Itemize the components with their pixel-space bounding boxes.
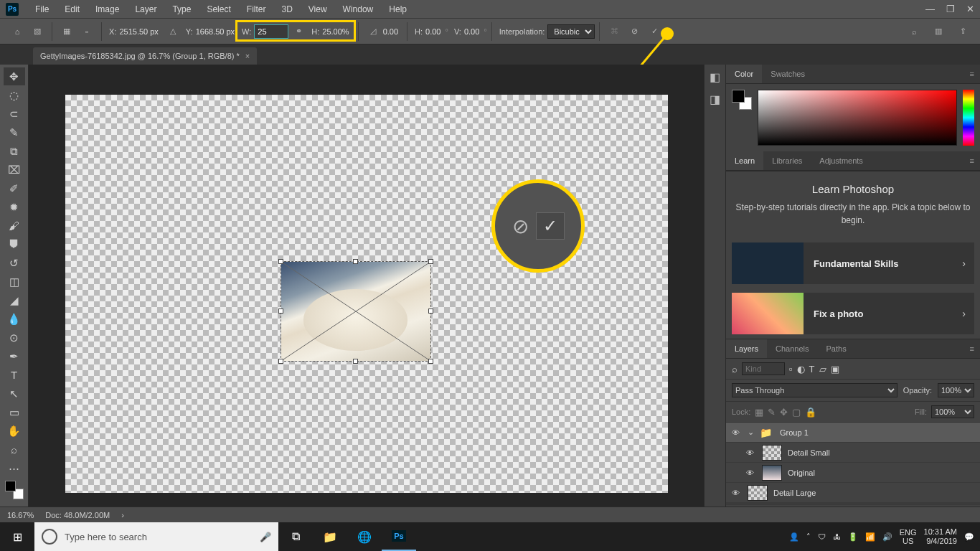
delta-icon[interactable]: △ bbox=[165, 24, 181, 39]
x-value[interactable]: 2515.50 px bbox=[119, 27, 158, 36]
arrange-icon[interactable]: ▥ bbox=[930, 24, 946, 39]
tray-people-icon[interactable]: 👤 bbox=[789, 532, 799, 542]
layer-name[interactable]: Original bbox=[788, 468, 815, 477]
lock-artboard-icon[interactable]: ▢ bbox=[792, 407, 801, 418]
layer-name[interactable]: Detail Small bbox=[788, 448, 830, 457]
color-tab[interactable]: Color bbox=[726, 65, 762, 83]
zoom-tool[interactable]: ⌕ bbox=[4, 441, 25, 458]
task-view-button[interactable]: ⧉ bbox=[278, 522, 313, 551]
menu-help[interactable]: Help bbox=[381, 4, 415, 14]
layer-row[interactable]: 👁 Original bbox=[726, 463, 980, 483]
share-icon[interactable]: ⇪ bbox=[955, 24, 971, 39]
tray-wifi-icon[interactable]: 📶 bbox=[865, 532, 875, 542]
channels-tab[interactable]: Channels bbox=[767, 339, 817, 358]
tray-notifications-icon[interactable]: 💬 bbox=[964, 532, 974, 542]
interpolation-select[interactable]: Bicubic bbox=[547, 24, 595, 39]
start-button[interactable]: ⊞ bbox=[0, 522, 34, 551]
type-tool[interactable]: T bbox=[4, 366, 25, 384]
y-value[interactable]: 1668.50 px bbox=[196, 27, 235, 36]
dock-icon-2[interactable]: ◨ bbox=[710, 93, 720, 106]
home-icon[interactable]: ⌂ bbox=[9, 24, 25, 39]
zoom-level[interactable]: 16.67% bbox=[7, 511, 34, 519]
dock-icon-1[interactable]: ◧ bbox=[710, 70, 720, 84]
window-close-icon[interactable]: ✕ bbox=[966, 4, 974, 14]
visibility-icon[interactable]: 👁 bbox=[746, 468, 756, 477]
layers-tab[interactable]: Layers bbox=[726, 339, 767, 358]
taskbar-search[interactable]: Type here to search 🎤 bbox=[34, 522, 278, 551]
width-input[interactable] bbox=[254, 24, 288, 39]
lock-all-icon[interactable]: 🔒 bbox=[805, 407, 816, 418]
panel-menu-icon[interactable]: ≡ bbox=[964, 65, 980, 83]
menu-select[interactable]: Select bbox=[199, 4, 238, 14]
blend-mode-select[interactable]: Pass Through bbox=[732, 383, 897, 397]
filter-smart-icon[interactable]: ▣ bbox=[831, 364, 839, 375]
reference-toggle-icon[interactable]: ▫ bbox=[79, 24, 95, 39]
filter-pixel-icon[interactable]: ▫ bbox=[789, 364, 793, 375]
canvas[interactable]: ⊘ ✓ bbox=[29, 65, 704, 522]
layer-filter-input[interactable] bbox=[742, 362, 785, 375]
stamp-tool[interactable]: ⛊ bbox=[4, 235, 25, 253]
tray-volume-icon[interactable]: 🔊 bbox=[882, 532, 892, 542]
cancel-transform-icon[interactable]: ⊘ bbox=[626, 24, 642, 39]
eyedropper-tool[interactable]: ✐ bbox=[4, 179, 25, 197]
handle-br[interactable] bbox=[428, 359, 433, 364]
search-icon[interactable]: ⌕ bbox=[906, 24, 922, 39]
quick-select-tool[interactable]: ✎ bbox=[4, 123, 25, 141]
menu-view[interactable]: View bbox=[301, 4, 335, 14]
libraries-tab[interactable]: Libraries bbox=[763, 151, 811, 170]
taskbar-explorer[interactable]: 📁 bbox=[313, 522, 347, 551]
close-tab-icon[interactable]: × bbox=[245, 52, 250, 60]
eraser-tool[interactable]: ◫ bbox=[4, 273, 25, 291]
learn-tab[interactable]: Learn bbox=[726, 151, 763, 170]
window-restore-icon[interactable]: ❐ bbox=[946, 4, 955, 14]
handle-tl[interactable] bbox=[278, 259, 283, 264]
adjustments-tab[interactable]: Adjustments bbox=[811, 151, 872, 170]
menu-type[interactable]: Type bbox=[164, 4, 199, 14]
path-select-tool[interactable]: ↖ bbox=[4, 385, 25, 402]
transform-bounding-box[interactable] bbox=[281, 261, 431, 362]
dodge-tool[interactable]: ⊙ bbox=[4, 329, 25, 347]
commit-transform-icon[interactable]: ✓ bbox=[646, 24, 662, 39]
lasso-tool[interactable]: ⊂ bbox=[4, 105, 25, 123]
tray-language[interactable]: ENGUS bbox=[900, 528, 917, 545]
layer-row[interactable]: 👁 Detail Large bbox=[726, 483, 980, 503]
filter-shape-icon[interactable]: ▱ bbox=[819, 364, 826, 375]
blur-tool[interactable]: 💧 bbox=[4, 310, 25, 328]
warp-icon[interactable]: ⌘ bbox=[606, 24, 622, 39]
height-value[interactable]: 25.00% bbox=[322, 27, 349, 36]
tray-security-icon[interactable]: 🛡 bbox=[818, 532, 826, 541]
learn-card-fix-photo[interactable]: Fix a photo› bbox=[732, 293, 974, 334]
pen-tool[interactable]: ✒ bbox=[4, 347, 25, 365]
layer-row-group[interactable]: 👁 ⌄ 📁 Group 1 bbox=[726, 423, 980, 443]
handle-bl[interactable] bbox=[278, 359, 283, 364]
handle-l[interactable] bbox=[278, 309, 283, 314]
taskbar-chrome[interactable]: 🌐 bbox=[347, 522, 382, 551]
frame-tool[interactable]: ⌧ bbox=[4, 161, 25, 179]
status-chevron-icon[interactable]: › bbox=[121, 511, 124, 519]
menu-edit[interactable]: Edit bbox=[57, 4, 88, 14]
learn-card-fundamental[interactable]: Fundamental Skills› bbox=[732, 242, 974, 284]
filter-type-icon[interactable]: T bbox=[809, 364, 815, 375]
handle-t[interactable] bbox=[353, 259, 358, 264]
menu-filter[interactable]: Filter bbox=[239, 4, 274, 14]
menu-image[interactable]: Image bbox=[88, 4, 127, 14]
color-swatches[interactable] bbox=[5, 481, 24, 499]
paths-tab[interactable]: Paths bbox=[818, 339, 855, 358]
tray-up-icon[interactable]: ˄ bbox=[806, 532, 811, 542]
color-fgbg[interactable] bbox=[732, 90, 752, 110]
mic-icon[interactable]: 🎤 bbox=[260, 532, 271, 542]
handle-tr[interactable] bbox=[428, 259, 433, 264]
visibility-icon[interactable]: 👁 bbox=[732, 428, 742, 437]
link-icon[interactable]: ⚭ bbox=[291, 24, 306, 39]
reference-point-icon[interactable]: ▦ bbox=[59, 24, 75, 39]
rotation-value[interactable]: 0.00 bbox=[383, 27, 398, 36]
tray-network-icon[interactable]: 🖧 bbox=[833, 532, 841, 541]
history-brush-tool[interactable]: ↺ bbox=[4, 254, 25, 272]
skew-v-value[interactable]: 0.00 bbox=[464, 27, 479, 36]
chevron-down-icon[interactable]: ⌄ bbox=[748, 428, 754, 437]
opacity-select[interactable]: 100% bbox=[938, 383, 974, 397]
visibility-icon[interactable]: 👁 bbox=[732, 489, 742, 497]
brush-tool[interactable]: 🖌 bbox=[4, 217, 25, 235]
gradient-tool[interactable]: ◢ bbox=[4, 291, 25, 309]
menu-window[interactable]: Window bbox=[335, 4, 382, 14]
